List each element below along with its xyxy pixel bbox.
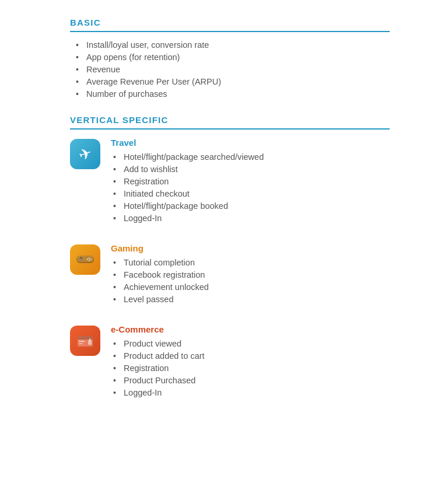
basic-list-item: Revenue xyxy=(76,65,390,74)
category-list-item: Logged-In xyxy=(113,388,390,397)
svg-rect-6 xyxy=(81,257,82,260)
basic-list: Install/loyal user, conversion rateApp o… xyxy=(70,40,390,99)
basic-list-item: App opens (for retention) xyxy=(76,53,390,62)
gaming-icon xyxy=(70,244,100,275)
svg-rect-13 xyxy=(79,341,85,342)
svg-rect-12 xyxy=(78,336,93,340)
category-list-item: Add to wishlist xyxy=(113,165,390,174)
category-list-item: Product viewed xyxy=(113,339,390,348)
category-list-item: Facebook registration xyxy=(113,270,390,279)
category-block-ecommerce: e-CommerceProduct viewedProduct added to… xyxy=(70,324,390,400)
ecommerce-list: Product viewedProduct added to cartRegis… xyxy=(111,339,390,397)
category-list-item: Logged-In xyxy=(113,214,390,223)
basic-title: BASIC xyxy=(70,18,390,32)
category-list-item: Achievement unlocked xyxy=(113,282,390,292)
category-list-item: Tutorial completion xyxy=(113,258,390,267)
category-list-item: Hotel/flight/package booked xyxy=(113,201,390,211)
category-list-item: Initiated checkout xyxy=(113,189,390,198)
ecommerce-name: e-Commerce xyxy=(111,324,390,334)
svg-point-9 xyxy=(89,260,90,261)
categories-container: ✈TravelHotel/flight/package searched/vie… xyxy=(70,138,390,400)
travel-list: Hotel/flight/package searched/viewedAdd … xyxy=(111,152,390,223)
category-list-item: Product Purchased xyxy=(113,376,390,385)
travel-name: Travel xyxy=(111,138,390,148)
svg-point-7 xyxy=(89,257,90,258)
basic-list-item: Install/loyal user, conversion rate xyxy=(76,40,390,50)
ecommerce-icon xyxy=(70,326,100,356)
vertical-section: VERTICAL SPECIFIC ✈TravelHotel/flight/pa… xyxy=(70,115,390,400)
basic-section: BASIC Install/loyal user, conversion rat… xyxy=(70,18,390,99)
gaming-content: GamingTutorial completionFacebook regist… xyxy=(111,243,390,307)
gaming-list: Tutorial completionFacebook registration… xyxy=(111,258,390,304)
basic-list-item: Average Revenue Per User (ARPU) xyxy=(76,77,390,86)
ecommerce-content: e-CommerceProduct viewedProduct added to… xyxy=(111,324,390,400)
travel-content: TravelHotel/flight/package searched/view… xyxy=(111,138,390,226)
basic-list-item: Number of purchases xyxy=(76,89,390,99)
category-list-item: Level passed xyxy=(113,295,390,304)
category-block-travel: ✈TravelHotel/flight/package searched/vie… xyxy=(70,138,390,226)
svg-point-10 xyxy=(87,258,88,260)
svg-rect-14 xyxy=(79,343,83,344)
category-list-item: Registration xyxy=(113,363,390,373)
gaming-name: Gaming xyxy=(111,243,390,253)
travel-icon: ✈ xyxy=(70,139,100,169)
category-block-gaming: GamingTutorial completionFacebook regist… xyxy=(70,243,390,307)
category-list-item: Product added to cart xyxy=(113,351,390,361)
svg-point-8 xyxy=(90,258,92,260)
vertical-title: VERTICAL SPECIFIC xyxy=(70,115,390,130)
category-list-item: Hotel/flight/package searched/viewed xyxy=(113,152,390,162)
category-list-item: Registration xyxy=(113,177,390,186)
